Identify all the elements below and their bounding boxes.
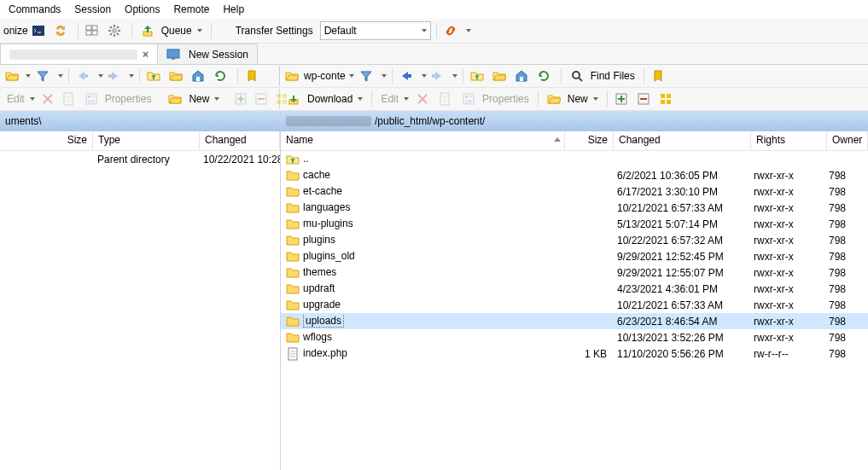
- menu-remote[interactable]: Remote: [168, 2, 214, 17]
- list-item[interactable]: et-cache6/17/2021 3:30:10 PMrwxr-xr-x798: [281, 183, 868, 200]
- local-delete-icon[interactable]: [40, 89, 59, 109]
- session-tabbar: × New Session: [0, 44, 868, 65]
- reconnect-dropdown-caret[interactable]: [466, 29, 471, 32]
- list-item[interactable]: plugins10/22/2021 6:57:32 AMrwxr-xr-x798: [281, 232, 868, 248]
- remote-plus-icon[interactable]: [613, 89, 633, 109]
- local-parent-icon[interactable]: [145, 66, 166, 86]
- local-root-icon[interactable]: [167, 66, 188, 86]
- remote-col-rights[interactable]: Rights: [751, 131, 827, 150]
- list-item[interactable]: themes9/29/2021 12:55:07 PMrwxr-xr-x798: [281, 264, 868, 281]
- remote-folder-combo[interactable]: wp-conte: [283, 67, 356, 85]
- local-home-icon[interactable]: [189, 66, 210, 86]
- nav-toolbar: wp-conte Find Files: [0, 65, 868, 88]
- remote-col-name[interactable]: Name: [281, 131, 565, 150]
- queue-button[interactable]: Queue: [137, 24, 206, 38]
- remote-new-button[interactable]: New: [544, 90, 602, 108]
- local-col-type[interactable]: Type: [93, 131, 200, 150]
- remote-pane: /public_html/wp-content/ Name Size Chang…: [281, 111, 868, 470]
- list-item[interactable]: Parent directory10/22/2021 10:28: [0, 151, 280, 167]
- remote-file-list[interactable]: ..cache6/2/2021 10:36:05 PMrwxr-xr-x798e…: [281, 151, 868, 470]
- local-file-list[interactable]: Parent directory10/22/2021 10:28: [0, 151, 280, 470]
- session-name-blurred: [9, 49, 137, 60]
- monitor-icon: [166, 48, 180, 61]
- list-item[interactable]: plugins_old9/29/2021 12:52:45 PMrwxr-xr-…: [281, 248, 868, 264]
- list-item[interactable]: languages10/21/2021 6:57:33 AMrwxr-xr-x7…: [281, 200, 868, 216]
- local-bookmark-icon[interactable]: [243, 66, 264, 86]
- terminal-icon[interactable]: [30, 20, 50, 41]
- remote-rename-icon[interactable]: [436, 89, 457, 109]
- transfer-settings-label: Transfer Settings: [236, 25, 313, 37]
- local-rename-icon[interactable]: [61, 89, 79, 109]
- list-item[interactable]: cache6/2/2021 10:36:05 PMrwxr-xr-x798: [281, 167, 868, 183]
- list-item[interactable]: upgrade10/21/2021 6:57:33 AMrwxr-xr-x798: [281, 297, 868, 313]
- menubar: Commands Session Options Remote Help: [0, 0, 868, 19]
- local-edit-button[interactable]: Edit: [3, 90, 38, 108]
- transfer-settings-dropdown[interactable]: Default: [320, 21, 431, 40]
- local-col-size[interactable]: Size: [0, 131, 93, 150]
- list-item[interactable]: updraft4/23/2021 4:36:01 PMrwxr-xr-x798: [281, 281, 868, 297]
- remote-edit-button[interactable]: Edit: [377, 90, 412, 108]
- remote-parent-icon[interactable]: [469, 66, 489, 86]
- menu-session[interactable]: Session: [69, 2, 116, 17]
- remote-col-size[interactable]: Size: [565, 131, 614, 150]
- close-tab-icon[interactable]: ×: [143, 49, 149, 61]
- remote-root-icon[interactable]: [491, 66, 511, 86]
- local-new-button[interactable]: New: [165, 90, 223, 108]
- remote-filter-icon[interactable]: [358, 66, 378, 86]
- menu-help[interactable]: Help: [218, 2, 249, 17]
- menu-options[interactable]: Options: [119, 2, 165, 17]
- remote-properties-button[interactable]: Properties: [458, 90, 533, 108]
- local-refresh-icon[interactable]: [212, 66, 232, 86]
- local-drive-combo[interactable]: [3, 67, 32, 85]
- file-panes: uments\ Size Type Changed Parent directo…: [0, 111, 868, 470]
- local-path-bar[interactable]: uments\: [0, 111, 280, 131]
- local-col-changed[interactable]: Changed: [200, 131, 280, 150]
- list-item[interactable]: wflogs10/13/2021 3:52:26 PMrwxr-xr-x798: [281, 329, 868, 345]
- download-button[interactable]: Download: [283, 90, 366, 108]
- remote-back-icon[interactable]: [398, 66, 418, 86]
- remote-delete-icon[interactable]: [414, 89, 434, 109]
- local-forward-icon[interactable]: [105, 66, 125, 86]
- remote-path-bar[interactable]: /public_html/wp-content/: [281, 111, 868, 131]
- remote-col-changed[interactable]: Changed: [614, 131, 751, 150]
- sync-browse-icon[interactable]: [52, 20, 73, 41]
- list-item[interactable]: mu-plugins5/13/2021 5:07:14 PMrwxr-xr-x7…: [281, 216, 868, 232]
- find-files-button[interactable]: Find Files: [567, 67, 638, 85]
- remote-bookmark-icon[interactable]: [650, 66, 670, 86]
- list-item[interactable]: index.php1 KB11/10/2020 5:56:26 PMrw-r--…: [281, 345, 868, 362]
- menu-commands[interactable]: Commands: [3, 2, 66, 17]
- reconnect-icon[interactable]: [442, 20, 463, 41]
- remote-grid-icon[interactable]: [657, 89, 678, 109]
- synchronize-partial-label[interactable]: onize: [3, 25, 28, 37]
- remote-minus-icon[interactable]: [635, 89, 655, 109]
- list-item[interactable]: ..: [281, 151, 868, 167]
- local-minus-icon[interactable]: [253, 89, 272, 109]
- remote-home-icon[interactable]: [513, 66, 533, 86]
- local-back-icon[interactable]: [74, 66, 95, 86]
- preferences-icon[interactable]: [106, 20, 126, 41]
- local-filter-icon[interactable]: [34, 66, 55, 86]
- local-pane: uments\ Size Type Changed Parent directo…: [0, 111, 281, 470]
- remote-refresh-icon[interactable]: [535, 66, 556, 86]
- local-plus-icon[interactable]: [233, 89, 252, 109]
- remote-header: Name Size Changed Rights Owner: [281, 131, 868, 151]
- main-toolbar: onize Queue Transfer Settings Default: [0, 19, 868, 44]
- remote-forward-icon[interactable]: [428, 66, 449, 86]
- list-item[interactable]: uploads6/23/2021 8:46:54 AMrwxr-xr-x798: [281, 313, 868, 329]
- transfer-queue-icon[interactable]: [84, 20, 104, 41]
- edit-toolbar: Edit Properties New Download Edit Proper…: [0, 88, 868, 111]
- local-properties-button[interactable]: Properties: [81, 90, 155, 108]
- active-session-tab[interactable]: ×: [0, 44, 158, 64]
- local-header: Size Type Changed: [0, 131, 280, 151]
- new-session-tab[interactable]: New Session: [157, 44, 258, 64]
- remote-col-owner[interactable]: Owner: [827, 131, 868, 150]
